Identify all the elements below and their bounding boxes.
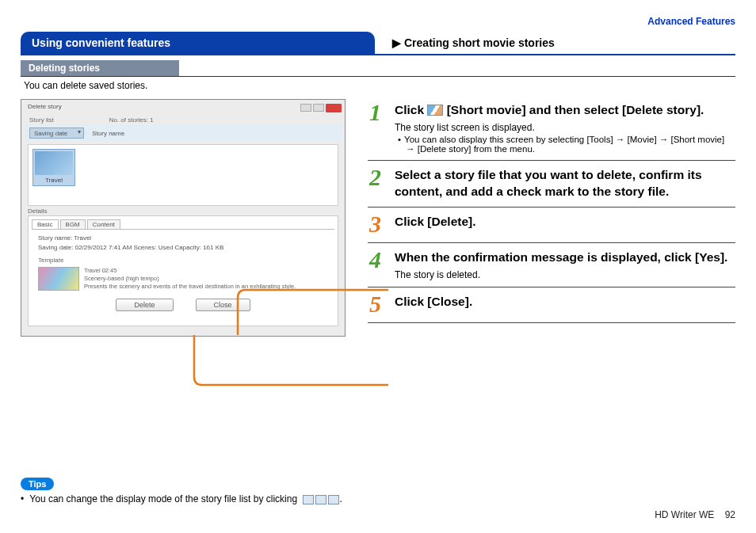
step-4: 4 When the confirmation message is displ… [368, 243, 735, 287]
tips-text: You can change the display mode of the s… [21, 493, 536, 504]
info-storyname: Story name: Travel [38, 234, 328, 243]
tmpl-title: Travel 02:45 [84, 267, 296, 275]
col-storyname: Story name [92, 130, 124, 137]
thumbnail-image [35, 151, 73, 175]
template-label: Template [32, 257, 334, 264]
tips-section: Tips You can change the display mode of … [21, 478, 536, 504]
maximize-icon [313, 104, 324, 112]
step-note: You can also display this screen by sele… [395, 135, 734, 154]
window-title: Delete story [28, 103, 62, 110]
tab-right-label: Creating short movie stories [404, 36, 555, 49]
step-title: Select a story file that you want to del… [395, 167, 734, 200]
step-subtext: The story is deleted. [395, 269, 734, 280]
category-link[interactable]: Advanced Features [21, 16, 735, 27]
step-title: When the confirmation message is display… [395, 249, 734, 266]
template-thumb [38, 267, 79, 291]
steps-column: 1 Click [Short movie] and then select [D… [368, 96, 735, 323]
close-window-icon [326, 104, 342, 112]
step-number: 4 [369, 248, 387, 280]
step-number: 1 [369, 101, 387, 154]
intro-text: You can delete saved stories. [21, 77, 735, 96]
col-storylist: Story list [29, 116, 54, 124]
step-number: 3 [369, 212, 387, 236]
tmpl-line3: Presents the scenery and events of the t… [84, 283, 296, 291]
step-3: 3 Click [Delete]. [368, 207, 735, 243]
sort-dropdown: Saving date [29, 128, 84, 139]
step-5: 5 Click [Close]. [368, 287, 735, 323]
tips-badge: Tips [21, 478, 54, 490]
story-list-area: Travel [28, 144, 338, 206]
step-title: Click [Short movie] and then select [Del… [395, 102, 734, 119]
view-mode-icon [303, 495, 314, 504]
close-button: Close [196, 299, 250, 311]
delete-button: Delete [116, 299, 173, 311]
tab-arrow-icon: ▶ [392, 36, 401, 49]
details-panel: Basic BGM Content Story name: Travel Sav… [28, 215, 338, 326]
page-number: 92 [725, 509, 735, 520]
step-2: 2 Select a story file that you want to d… [368, 161, 735, 207]
tab-using-features: Using convenient features [21, 32, 375, 54]
tab-basic: Basic [32, 219, 59, 229]
view-mode-icon [315, 495, 326, 504]
col-numstories: No. of stories: 1 [109, 116, 154, 124]
minimize-icon [300, 104, 311, 112]
tab-content: Content [87, 219, 120, 229]
step-title: Click [Delete]. [395, 214, 734, 230]
thumbnail-label: Travel [35, 175, 73, 184]
details-label: Details [28, 207, 47, 215]
tmpl-line2: Scenery-based (high tempo) [84, 275, 296, 283]
view-mode-icon [328, 495, 339, 504]
subheading: Deleting stories [21, 60, 179, 76]
short-movie-icon [427, 105, 443, 116]
display-mode-icons [303, 495, 339, 504]
info-detail-row: Saving date: 02/29/2012 7:41 AM Scenes: … [38, 243, 328, 253]
step-1: 1 Click [Short movie] and then select [D… [368, 96, 735, 161]
step-number: 2 [369, 166, 387, 200]
page-footer: HD Writer WE 92 [655, 509, 735, 520]
step-title: Click [Close]. [395, 294, 734, 310]
screenshot-delete-story: Delete story Story list No. of stories: … [21, 99, 346, 337]
story-thumbnail: Travel [32, 149, 75, 186]
step-number: 5 [369, 292, 387, 316]
tab-row: Using convenient features ▶Creating shor… [21, 32, 735, 55]
step-subtext: The story list screen is displayed. [395, 122, 734, 133]
product-name: HD Writer WE [655, 509, 714, 520]
tab-creating-stories: ▶Creating short movie stories [381, 32, 735, 54]
tab-bgm: BGM [60, 219, 86, 229]
